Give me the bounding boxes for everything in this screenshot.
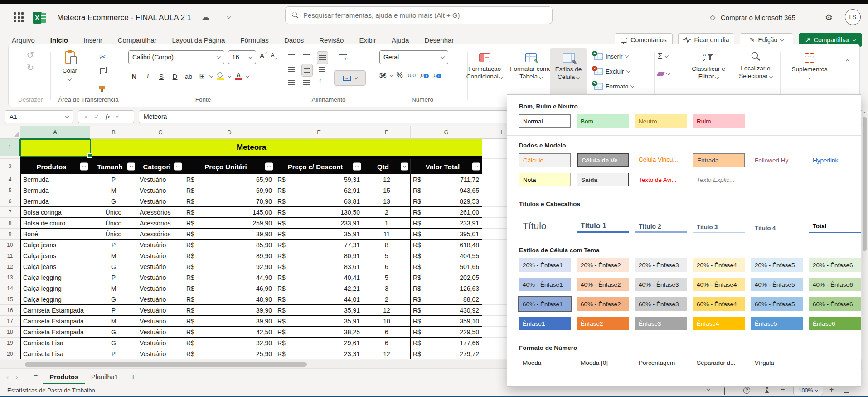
cell-style-porcentagem[interactable]: Porcentagem — [635, 356, 687, 369]
cell-r9c6[interactable]: 11 — [363, 229, 411, 240]
strikethrough-icon[interactable]: ab — [183, 70, 194, 82]
cell-style-enfase2[interactable]: Ênfase2 — [577, 317, 629, 330]
cell-r18c1[interactable]: Camiseta Estampada — [20, 327, 90, 338]
cell-r20c2[interactable]: P — [90, 348, 137, 359]
cell-r12c7[interactable]: R$501,66 — [411, 261, 482, 272]
cell-r7c4[interactable]: R$145,00 — [184, 207, 275, 218]
zoom-in-icon[interactable]: + — [829, 386, 834, 394]
cell-style-saida[interactable]: Saída — [577, 173, 629, 186]
cell-r5c4[interactable]: R$69,90 — [184, 185, 275, 196]
cell-r9c1[interactable]: Boné — [20, 229, 90, 240]
increase-indent-icon[interactable] — [301, 77, 312, 88]
row-header-6[interactable]: 6 — [0, 196, 20, 207]
cell-r8c4[interactable]: R$259,90 — [184, 218, 275, 229]
insert-cells-button[interactable]: +Inserir — [594, 50, 652, 62]
row-header-1[interactable]: 1 — [0, 139, 20, 156]
zoom-out-icon[interactable]: − — [781, 386, 785, 394]
row-header-9[interactable]: 9 — [0, 229, 20, 240]
thousands-separator-icon[interactable]: 000 — [407, 73, 416, 78]
all-sheets-icon[interactable]: ≡ — [34, 373, 38, 381]
new-sheet-button[interactable]: + — [131, 372, 136, 382]
cell-style-calculo[interactable]: Cálculo — [519, 153, 571, 167]
bold-icon[interactable]: N — [128, 70, 140, 82]
cell-style-followed-hy[interactable]: Followed Hy... — [751, 153, 803, 167]
conditional-formatting-button[interactable]: Formatação Condicional — [461, 50, 508, 104]
delete-cells-button[interactable]: ×Excluir — [594, 65, 652, 77]
column-header-c[interactable]: C — [137, 126, 184, 139]
cell-r13c4[interactable]: R$44,90 — [184, 272, 275, 283]
filter-button-categori[interactable] — [174, 163, 182, 171]
table-header-produtos[interactable]: Produtos — [20, 159, 90, 174]
cell-r16c1[interactable]: Camiseta Estampada — [20, 305, 90, 316]
cell-style-40-enfase5[interactable]: 40% - Ênfase5 — [751, 278, 803, 291]
cell-r12c1[interactable]: Calça jeans — [20, 261, 90, 272]
collapse-ribbon-icon[interactable] — [846, 59, 849, 63]
cell-style-titulo[interactable]: Título — [519, 212, 571, 233]
cell-style-60-enfase1[interactable]: 60% - Ênfase1 — [519, 297, 571, 311]
cell-r8c7[interactable]: R$233,91 — [411, 218, 482, 229]
buy-microsoft365-link[interactable]: Comprar o Microsoft 365 — [721, 14, 795, 21]
merge-center-button[interactable]: ↔ — [334, 70, 366, 86]
cell-style-60-enfase5[interactable]: 60% - Ênfase5 — [751, 297, 803, 311]
cell-r7c2[interactable]: Único — [90, 207, 137, 218]
row-header-8[interactable]: 8 — [0, 218, 20, 229]
cell-style-enfase5[interactable]: Ênfase5 — [751, 317, 803, 330]
increase-font-icon[interactable]: A⌃ — [260, 52, 268, 59]
cell-r13c1[interactable]: Calça legging — [20, 272, 90, 283]
cell-r12c4[interactable]: R$92,90 — [184, 261, 275, 272]
cell-r18c7[interactable]: R$229,50 — [411, 327, 482, 338]
filter-button-preco-c-descont[interactable] — [353, 163, 361, 171]
cell-r14c5[interactable]: R$42,21 — [275, 283, 363, 294]
cell-r11c1[interactable]: Calça jeans — [20, 250, 90, 261]
column-header-f[interactable]: F — [363, 126, 411, 139]
cell-r9c4[interactable]: R$39,90 — [184, 229, 275, 240]
cell-r12c2[interactable]: G — [90, 261, 137, 272]
cell-r13c3[interactable]: Vestuário — [137, 272, 184, 283]
paste-button[interactable]: Colar — [56, 50, 84, 82]
sheet-tab-produtos[interactable]: Produtos — [43, 370, 85, 384]
cell-r15c7[interactable]: R$88,02 — [411, 294, 482, 305]
zoom-level-select[interactable]: 100% — [793, 386, 823, 395]
cell-r6c5[interactable]: R$63,81 — [275, 196, 363, 207]
cell-r9c3[interactable]: Acessórios — [137, 229, 184, 240]
cell-r11c5[interactable]: R$80,91 — [275, 250, 363, 261]
align-left-icon[interactable] — [286, 64, 296, 76]
cell-r14c3[interactable]: Vestuário — [137, 283, 184, 294]
cell-r12c6[interactable]: 6 — [363, 261, 411, 272]
cell-title-meteora[interactable]: Meteora — [20, 139, 482, 156]
cell-r6c6[interactable]: 13 — [363, 196, 411, 207]
cell-style-40-enfase6[interactable]: 40% - Ênfase6 — [809, 278, 861, 291]
cell-r10c6[interactable]: 8 — [363, 240, 411, 250]
table-header-valor-total[interactable]: Valor Total — [411, 159, 482, 174]
row-header-16[interactable]: 16 — [0, 305, 20, 316]
cell-r6c7[interactable]: R$829,53 — [411, 196, 482, 207]
cell-style-20-enfase2[interactable]: 20% - Ênfase2 — [577, 258, 629, 272]
cell-r9c2[interactable]: Único — [90, 229, 137, 240]
cell-r4c4[interactable]: R$65,90 — [184, 174, 275, 185]
cell-style-titulo-2[interactable]: Título 2 — [635, 212, 687, 233]
cell-r11c7[interactable]: R$404,55 — [411, 250, 482, 261]
cell-r18c5[interactable]: R$38,25 — [275, 327, 363, 338]
cell-r13c2[interactable]: P — [90, 272, 137, 283]
cell-r9c7[interactable]: R$395,01 — [411, 229, 482, 240]
double-underline-icon[interactable]: D — [169, 70, 181, 82]
app-launcher-icon[interactable] — [14, 12, 24, 22]
vertical-scrollbar-thumb[interactable] — [863, 117, 867, 251]
cell-r7c7[interactable]: R$261,00 — [411, 207, 482, 218]
cell-r19c2[interactable]: G — [90, 338, 137, 348]
align-bottom-icon[interactable] — [317, 51, 328, 64]
percent-format-icon[interactable]: % — [397, 71, 403, 79]
cell-style-bom[interactable]: Bom — [577, 114, 629, 128]
cell-style-20-enfase5[interactable]: 20% - Ênfase5 — [751, 258, 803, 272]
cell-r17c3[interactable]: Vestuário — [137, 316, 184, 327]
currency-format-icon[interactable]: $€ — [379, 72, 387, 79]
workbook-statistics-button[interactable]: Estatísticas de Pasta de Trabalho — [7, 387, 95, 394]
search-bar[interactable] — [285, 6, 553, 24]
clear-button[interactable] — [658, 68, 685, 79]
row-header-15[interactable]: 15 — [0, 294, 20, 305]
cell-r6c3[interactable]: Vestuário — [137, 196, 184, 207]
cell-style-enfase1[interactable]: Ênfase1 — [519, 317, 571, 330]
cell-style-moeda[interactable]: Moeda — [519, 356, 571, 369]
cell-style-60-enfase2[interactable]: 60% - Ênfase2 — [577, 297, 629, 311]
cell-r13c5[interactable]: R$40,41 — [275, 272, 363, 283]
